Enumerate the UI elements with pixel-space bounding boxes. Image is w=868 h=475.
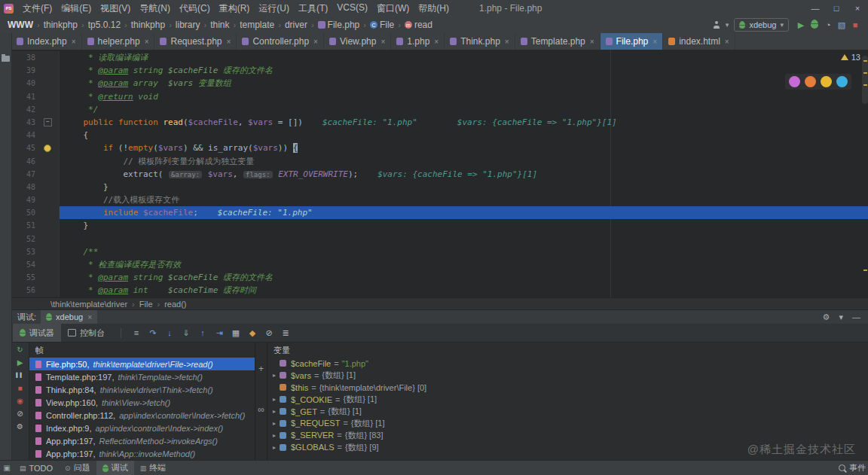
close-tab-icon[interactable]: ×: [434, 38, 439, 46]
expand-arrow-icon[interactable]: ▸: [269, 432, 280, 439]
browser-edge-icon[interactable]: [836, 76, 848, 87]
editor-tab[interactable]: Request.php×: [154, 33, 237, 50]
close-tab-icon[interactable]: ×: [145, 38, 149, 46]
close-button[interactable]: ×: [847, 4, 868, 13]
intention-bulb-icon[interactable]: [44, 145, 51, 152]
line-number[interactable]: 47: [11, 168, 41, 181]
breadcrumb-item[interactable]: File.php: [316, 20, 362, 30]
code-line[interactable]: 44 {: [11, 129, 868, 142]
line-number[interactable]: 48: [11, 181, 41, 193]
code-line[interactable]: 39 * @param string $cacheFile 缓存的文件名: [11, 64, 868, 77]
fold-icon[interactable]: −: [44, 118, 52, 126]
code-text[interactable]: */: [60, 103, 868, 116]
view-breakpoints-icon[interactable]: ◉: [17, 396, 23, 406]
code-text[interactable]: * @param int $cacheTime 缓存时间: [60, 284, 868, 297]
editor-tab[interactable]: Think.php×: [445, 33, 515, 50]
line-number[interactable]: 49: [11, 193, 41, 206]
status-item-调试[interactable]: 调试: [96, 461, 134, 475]
menu-item[interactable]: 运行(U): [254, 2, 294, 15]
code-line[interactable]: 52: [11, 233, 868, 245]
close-tab-icon[interactable]: ×: [725, 38, 729, 46]
step-out-icon[interactable]: ↑: [195, 328, 210, 337]
menu-item[interactable]: 代码(C): [175, 2, 215, 15]
close-tab-icon[interactable]: ×: [72, 38, 76, 46]
minimize-button[interactable]: —: [805, 4, 826, 13]
breadcrumb-item[interactable]: CFile: [368, 20, 396, 30]
close-tab-icon[interactable]: ×: [381, 38, 385, 46]
stack-frame[interactable]: Think.php:84,think\view\driver\Think->fe…: [29, 383, 255, 396]
status-item-问题[interactable]: ⊙问题: [59, 461, 96, 475]
pause-icon[interactable]: ▌▌: [16, 370, 24, 380]
breadcrumb-item[interactable]: driver: [283, 20, 309, 30]
code-text[interactable]: * @param array $vars 变量数组: [60, 77, 868, 90]
line-number[interactable]: 50: [11, 206, 41, 219]
close-tab-icon[interactable]: ×: [590, 38, 594, 46]
code-text[interactable]: }: [60, 219, 868, 232]
step-into-icon[interactable]: ↓: [162, 328, 177, 337]
code-line[interactable]: 41 * @return void: [11, 90, 868, 103]
editor-tab[interactable]: Index.php×: [11, 33, 82, 50]
warning-stripe-mark[interactable]: [863, 72, 867, 74]
evaluate-expression-icon[interactable]: ▦: [228, 328, 243, 338]
line-number[interactable]: 41: [11, 90, 41, 103]
close-tab-icon[interactable]: ×: [505, 38, 509, 46]
tab-console[interactable]: 控制台: [61, 324, 112, 342]
hide-icon[interactable]: —: [852, 312, 860, 322]
event-log-label[interactable]: 事件: [849, 462, 866, 473]
code-text[interactable]: * @return void: [60, 90, 868, 103]
editor-tab[interactable]: Controller.php×: [237, 33, 324, 50]
line-number[interactable]: 55: [11, 271, 41, 284]
view-breakpoints-icon[interactable]: ◆: [245, 328, 260, 338]
settings-icon[interactable]: ⚙: [17, 422, 23, 431]
layout-settings-icon[interactable]: ≣: [278, 328, 293, 338]
run-configuration-select[interactable]: xdebug ▾: [734, 18, 789, 32]
line-number[interactable]: 56: [11, 284, 41, 297]
status-item-todo[interactable]: ▤TODO: [14, 461, 59, 475]
line-number[interactable]: 42: [11, 103, 41, 116]
line-number[interactable]: 44: [11, 129, 41, 142]
breadcrumb-item[interactable]: template: [238, 20, 276, 30]
code-line[interactable]: 40 * @param array $vars 变量数组: [11, 77, 868, 90]
variable-row[interactable]: ▸$_COOKIE={数组} [1]: [267, 394, 868, 406]
variable-row[interactable]: $this={think\template\driver\File} [0]: [267, 382, 868, 394]
breadcrumb-item[interactable]: thinkphp: [42, 20, 79, 30]
debug-button[interactable]: [808, 20, 821, 30]
menu-item[interactable]: 导航(N): [135, 2, 175, 15]
resume-icon[interactable]: ▶: [17, 358, 23, 367]
rerun-icon[interactable]: ↻: [17, 345, 23, 355]
debug-session-tab[interactable]: xdebug ×: [41, 310, 97, 324]
close-tab-icon[interactable]: ×: [313, 38, 318, 46]
warning-stripe-mark[interactable]: [863, 269, 867, 271]
browser-opera-icon[interactable]: [789, 76, 800, 87]
stack-frame[interactable]: Controller.php:112,app\index\controller\…: [29, 409, 255, 422]
editor-tab[interactable]: 1.php×: [391, 33, 445, 50]
code-line[interactable]: 53 /**: [11, 245, 868, 258]
close-tab-icon[interactable]: ×: [227, 38, 231, 46]
menu-item[interactable]: 视图(V): [96, 2, 135, 15]
stack-frame[interactable]: Index.php:9,app\index\controller\Index->…: [29, 422, 255, 434]
add-watch-icon[interactable]: +: [258, 364, 264, 374]
code-text[interactable]: /**: [60, 245, 868, 258]
menu-item[interactable]: 帮助(H): [414, 2, 454, 15]
code-line[interactable]: 43− public function read($cacheFile, $va…: [11, 116, 868, 129]
search-icon[interactable]: [839, 464, 845, 471]
menu-item[interactable]: 工具(T): [294, 2, 332, 15]
collapse-icon[interactable]: ▾: [839, 312, 843, 322]
code-text[interactable]: if (!empty($vars) && is_array($vars)) {: [60, 142, 868, 154]
inspections-widget[interactable]: 13: [841, 53, 860, 62]
code-line[interactable]: 46 // 模板阵列变量分解成为独立变量: [11, 155, 868, 168]
stack-frame[interactable]: File.php:50,think\template\driver\File->…: [29, 358, 255, 370]
code-text[interactable]: * 检查编译缓存是否有效: [60, 258, 868, 271]
force-step-into-icon[interactable]: ⇓: [179, 328, 194, 338]
menu-item[interactable]: 文件(F): [18, 2, 57, 15]
variable-row[interactable]: ▸$vars={数组} [1]: [267, 370, 868, 382]
expand-arrow-icon[interactable]: ▸: [269, 420, 280, 427]
line-number[interactable]: 54: [11, 258, 41, 271]
menu-item[interactable]: 窗口(W): [372, 2, 414, 15]
code-line[interactable]: 51 }: [11, 219, 868, 232]
code-text[interactable]: * @param string $cacheFile 缓存的文件名: [60, 271, 868, 284]
code-line[interactable]: 38 * 读取编译编译: [11, 51, 868, 64]
stop-icon[interactable]: ■: [17, 383, 22, 393]
code-text[interactable]: //载入模板缓存文件: [60, 193, 868, 206]
line-number[interactable]: 46: [11, 155, 41, 168]
